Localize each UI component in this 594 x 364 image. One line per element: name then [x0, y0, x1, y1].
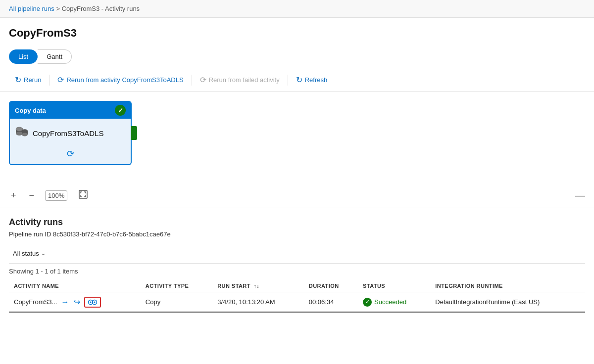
zoom-out-button[interactable]: −	[27, 189, 37, 202]
rerun-failed-button[interactable]: ⟳ Rerun from failed activity	[194, 73, 286, 87]
external-link-icon[interactable]: ↪	[73, 296, 81, 308]
col-duration: DURATION	[304, 280, 358, 292]
toolbar-divider-3	[288, 75, 288, 86]
activity-name-cell: CopyFromS3... → ↪	[14, 296, 136, 308]
svg-point-2	[16, 132, 23, 136]
page-title: CopyFromS3	[9, 27, 585, 40]
svg-point-3	[16, 127, 23, 131]
breadcrumb-current: CopyFromS3 - Activity runs	[62, 5, 140, 12]
activity-node-header: Copy data ✓	[10, 102, 131, 119]
col-integration-runtime: INTEGRATION RUNTIME	[430, 280, 585, 292]
cell-duration: 00:06:34	[304, 292, 358, 313]
rerun-failed-icon: ⟳	[200, 75, 206, 85]
table-row: CopyFromS3... → ↪	[9, 292, 585, 313]
check-circle-icon: ✓	[115, 105, 126, 116]
pipeline-run-id-label: Pipeline run ID	[9, 230, 51, 238]
activity-node-body: CopyFromS3ToADLS	[10, 119, 131, 145]
canvas-area: Copy data ✓ CopyFromS3ToADLS ⟳	[0, 92, 594, 183]
rerun-from-icon: ⟳	[57, 75, 64, 85]
activity-runs-section: Activity runs Pipeline run ID 8c530f33-b…	[0, 208, 594, 313]
canvas-controls: + − 100% —	[0, 183, 594, 208]
svg-point-6	[22, 133, 28, 136]
activity-node[interactable]: Copy data ✓ CopyFromS3ToADLS ⟳	[9, 101, 132, 165]
col-run-start: RUN START ↑↓	[212, 280, 304, 292]
rerun-icon: ↻	[15, 75, 21, 85]
zoom-in-button[interactable]: +	[9, 189, 18, 202]
breadcrumb-separator: >	[56, 5, 61, 12]
view-toggle: List Gantt	[9, 49, 585, 64]
status-text: Succeeded	[374, 298, 406, 306]
cell-activity-name: CopyFromS3... → ↪	[9, 292, 141, 313]
showing-text: Showing 1 - 1 of 1 items	[9, 264, 585, 280]
activity-node-name: CopyFromS3ToADLS	[33, 129, 103, 137]
navigate-icon[interactable]: →	[60, 297, 70, 308]
gantt-tab[interactable]: Gantt	[38, 49, 72, 64]
copy-data-icon	[15, 125, 29, 141]
sort-icon: ↑↓	[253, 283, 259, 289]
rerun-button[interactable]: ↻ Rerun	[9, 73, 47, 87]
activity-name-text: CopyFromS3...	[14, 298, 57, 306]
refresh-icon: ↻	[296, 75, 302, 85]
status-ok: ✓ Succeeded	[363, 298, 425, 307]
cell-activity-type: Copy	[141, 292, 212, 313]
collapse-icon: —	[575, 190, 585, 201]
filter-row: All status ⌄	[9, 244, 585, 264]
activity-node-header-label: Copy data	[15, 107, 46, 114]
filter-chevron-icon: ⌄	[41, 250, 46, 257]
zoom-fit-button[interactable]: 100%	[45, 190, 67, 201]
list-tab[interactable]: List	[9, 49, 38, 64]
toolbar-divider-1	[49, 75, 50, 86]
toolbar-divider-2	[192, 75, 192, 86]
cell-integration-runtime: DefaultIntegrationRuntime (East US)	[430, 292, 585, 313]
cell-run-start: 3/4/20, 10:13:20 AM	[212, 292, 304, 313]
view-details-button[interactable]	[84, 297, 101, 308]
page-header: CopyFromS3	[0, 18, 594, 45]
pipeline-run-id-row: Pipeline run ID 8c530f33-bf72-47c0-b7c6-…	[9, 230, 585, 238]
pipeline-run-id-val: 8c530f33-bf72-47c0-b7c6-5babc1cae67e	[53, 230, 171, 238]
table-header-row: ACTIVITY NAME ACTIVITY TYPE RUN START ↑↓…	[9, 280, 585, 292]
rerun-from-button[interactable]: ⟳ Rerun from activity CopyFromS3ToADLS	[51, 73, 189, 87]
col-activity-name: ACTIVITY NAME	[9, 280, 141, 292]
breadcrumb: All pipeline runs > CopyFromS3 - Activit…	[0, 0, 594, 18]
cell-status: ✓ Succeeded	[358, 292, 430, 313]
fit-screen-button[interactable]	[76, 188, 90, 203]
col-activity-type: ACTIVITY TYPE	[141, 280, 212, 292]
toolbar: ↻ Rerun ⟳ Rerun from activity CopyFromS3…	[0, 68, 594, 92]
filter-label: All status	[13, 250, 39, 257]
activity-runs-title: Activity runs	[9, 217, 585, 228]
activity-node-footer: ⟳	[10, 145, 131, 164]
breadcrumb-link[interactable]: All pipeline runs	[9, 5, 54, 12]
status-circle-icon: ✓	[363, 298, 372, 307]
green-dot	[131, 126, 137, 140]
refresh-activity-icon: ⟳	[67, 148, 74, 159]
col-status: STATUS	[358, 280, 430, 292]
activity-runs-table: ACTIVITY NAME ACTIVITY TYPE RUN START ↑↓…	[9, 280, 585, 313]
svg-point-11	[90, 301, 92, 303]
refresh-button[interactable]: ↻ Refresh	[290, 73, 334, 87]
svg-point-12	[94, 301, 96, 303]
status-filter-button[interactable]: All status ⌄	[9, 248, 50, 259]
